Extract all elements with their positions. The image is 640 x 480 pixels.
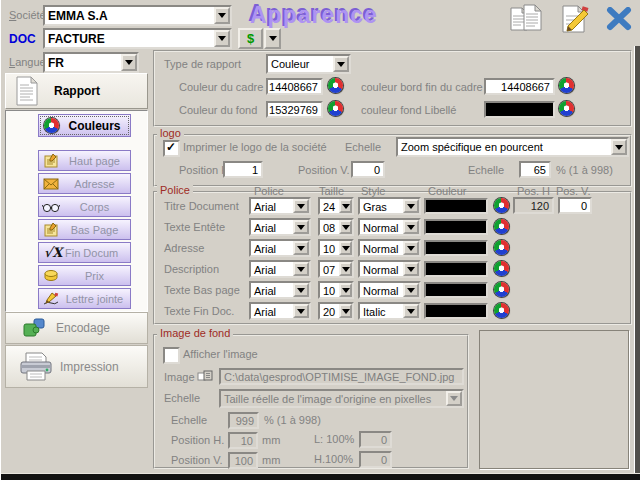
afficher-image-checkbox[interactable] (163, 347, 180, 364)
cadre-color-field[interactable]: 14408667 (266, 78, 323, 95)
size-select[interactable]: 24 (318, 197, 354, 215)
dropdown-button[interactable] (293, 283, 309, 297)
sidebar-item-bas-page[interactable]: Bas Page (38, 219, 131, 240)
dropdown-button[interactable] (403, 241, 419, 255)
dropdown-button[interactable] (403, 283, 419, 297)
dropdown-button[interactable] (339, 220, 352, 234)
style-select[interactable]: Italic (358, 302, 421, 320)
doc-select[interactable]: FACTURE (43, 28, 232, 49)
l-percent-field[interactable]: 0 (359, 431, 392, 448)
dropdown-button[interactable] (339, 199, 352, 213)
style-select[interactable]: Normal (358, 218, 421, 236)
style-select[interactable]: Gras (358, 197, 421, 215)
sidebar-item-lettre-jointe[interactable]: Lettre jointe (38, 288, 131, 309)
dropdown-button[interactable] (333, 56, 349, 72)
sidebar-item-adresse[interactable]: Adresse (38, 173, 131, 194)
dropdown-button[interactable] (403, 262, 419, 276)
sidebar-item-corps[interactable]: Corps (38, 196, 131, 217)
style-select[interactable]: Normal (358, 260, 421, 278)
currency-menu-button[interactable] (264, 28, 281, 49)
image-echelle-mode-select[interactable]: Taille réelle de l'image d'origine en pi… (219, 389, 464, 408)
currency-button[interactable]: $ (238, 28, 263, 49)
font-select[interactable]: Arial (249, 218, 311, 236)
bord-color-field[interactable]: 14408667 (484, 78, 555, 95)
font-color-swatch[interactable] (424, 240, 488, 256)
font-color-swatch[interactable] (424, 198, 488, 214)
sidebar-item-impression[interactable]: Impression (5, 345, 148, 388)
edit-report-button[interactable] (557, 4, 591, 34)
dropdown-button[interactable] (339, 283, 352, 297)
logo-echelle-mode-select[interactable]: Zoom spécifique en pourcent (396, 137, 629, 157)
size-select[interactable]: 10 (318, 239, 354, 257)
font-color-picker-icon[interactable] (494, 261, 509, 276)
rapport-header[interactable]: Rapport (5, 73, 148, 109)
type-rapport-select[interactable]: Couleur (266, 54, 351, 74)
fond-color-picker-icon[interactable] (328, 101, 343, 116)
close-button[interactable] (605, 7, 633, 31)
langue-select[interactable]: FR (43, 52, 139, 73)
sidebar-item-encodage[interactable]: Encodage (5, 312, 148, 344)
image-pos-h-field[interactable]: 10 (228, 432, 258, 449)
print-logo-checkbox[interactable] (163, 140, 180, 157)
colors-icon (41, 118, 61, 133)
font-color-picker-icon[interactable] (494, 198, 509, 213)
fond-color-field[interactable]: 15329769 (266, 101, 323, 118)
dropdown-button[interactable] (293, 262, 309, 276)
doc-dropdown-button[interactable] (214, 30, 230, 47)
font-color-picker-icon[interactable] (494, 282, 509, 297)
cadre-color-picker-icon[interactable] (328, 78, 343, 93)
font-select[interactable]: Arial (249, 260, 311, 278)
libelle-color-swatch[interactable] (484, 101, 555, 118)
image-echelle-value-field[interactable]: 999 (228, 412, 259, 429)
h-percent-field[interactable]: 0 (359, 451, 392, 468)
dropdown-button[interactable] (403, 199, 419, 213)
logo-echelle-value-field[interactable]: 65 (519, 161, 551, 178)
window-right-edge (634, 46, 640, 480)
sidebar-item-couleurs[interactable]: Couleurs (38, 114, 131, 137)
dropdown-button[interactable] (293, 220, 309, 234)
size-select[interactable]: 10 (318, 281, 354, 299)
font-color-swatch[interactable] (424, 282, 488, 298)
logo-pos-v-field[interactable]: 0 (351, 161, 385, 178)
font-select[interactable]: Arial (249, 197, 311, 215)
dropdown-button[interactable] (611, 139, 627, 155)
size-select[interactable]: 07 (318, 260, 354, 278)
image-pos-v-field[interactable]: 100 (228, 452, 258, 469)
font-color-picker-icon[interactable] (494, 303, 509, 318)
font-select[interactable]: Arial (249, 239, 311, 257)
style-select[interactable]: Normal (358, 239, 421, 257)
size-select[interactable]: 08 (318, 218, 354, 236)
font-color-swatch[interactable] (424, 261, 488, 277)
dropdown-button[interactable] (293, 199, 309, 213)
sidebar-item-prix[interactable]: Prix (38, 265, 131, 286)
societe-select[interactable]: EMMA S.A (43, 5, 232, 26)
dropdown-button[interactable] (339, 241, 352, 255)
police-pos-v-field[interactable]: 0 (558, 197, 592, 214)
dropdown-button[interactable] (293, 304, 309, 318)
font-color-picker-icon[interactable] (494, 219, 509, 234)
font-color-swatch[interactable] (424, 219, 488, 235)
sidebar-item-fin-document[interactable]: √X Fin Docum (38, 242, 131, 263)
libelle-color-picker-icon[interactable] (559, 101, 574, 116)
bord-color-picker-icon[interactable] (559, 78, 574, 93)
size-select[interactable]: 20 (318, 302, 354, 320)
dropdown-button[interactable] (339, 262, 352, 276)
dropdown-button[interactable] (293, 241, 309, 255)
font-color-picker-icon[interactable] (494, 240, 509, 255)
image-path-field[interactable]: C:\data\gesprod\OPTIMISE_IMAGE_FOND.jpg (219, 368, 464, 385)
dropdown-button[interactable] (403, 220, 419, 234)
sidebar-item-haut-page[interactable]: Haut page (38, 150, 131, 171)
browse-image-icon[interactable] (197, 369, 213, 383)
police-pos-h-field[interactable]: 120 (513, 197, 554, 214)
dropdown-button[interactable] (403, 304, 419, 318)
societe-dropdown-button[interactable] (214, 7, 230, 24)
dropdown-button[interactable] (339, 304, 352, 318)
langue-dropdown-button[interactable] (121, 54, 137, 71)
font-select[interactable]: Arial (249, 302, 311, 320)
dropdown-button (446, 391, 462, 406)
copy-report-button[interactable] (509, 4, 543, 34)
style-select[interactable]: Normal (358, 281, 421, 299)
logo-pos-h-field[interactable]: 1 (223, 161, 263, 178)
font-select[interactable]: Arial (249, 281, 311, 299)
font-color-swatch[interactable] (424, 303, 488, 319)
